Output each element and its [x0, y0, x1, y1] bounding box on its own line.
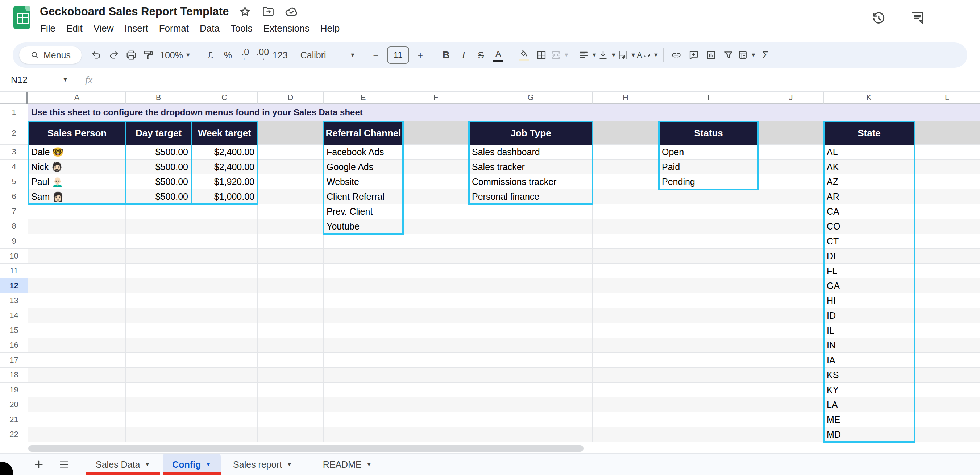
cell-C11[interactable] [191, 264, 258, 279]
cell-F22[interactable] [403, 427, 469, 442]
cell-K11[interactable]: FL [824, 264, 915, 279]
row-header-11[interactable]: 11 [0, 264, 28, 279]
cell-A11[interactable] [28, 264, 126, 279]
cell-A18[interactable] [28, 368, 126, 383]
cell-I3[interactable]: Open [659, 145, 758, 159]
cell-G20[interactable] [469, 397, 593, 412]
cell-D19[interactable] [258, 383, 324, 397]
cell-H18[interactable] [593, 368, 659, 383]
cell-J8[interactable] [758, 219, 824, 234]
move-folder-icon[interactable] [261, 5, 275, 19]
cell-J7[interactable] [758, 204, 824, 219]
cell-D7[interactable] [258, 204, 324, 219]
cell-F6[interactable] [403, 189, 469, 204]
cell-C9[interactable] [191, 234, 258, 249]
cell-D9[interactable] [258, 234, 324, 249]
font-family-select[interactable]: Calibri▼ [298, 47, 358, 64]
cell-E20[interactable] [324, 397, 403, 412]
cell-A4[interactable]: Nick 🧔🏻 [28, 159, 126, 174]
cell-F10[interactable] [403, 249, 469, 264]
table-header-I2[interactable]: Status [659, 121, 758, 145]
cell-B13[interactable] [126, 293, 191, 308]
insert-comment-button[interactable] [685, 47, 702, 64]
menu-edit[interactable]: Edit [61, 20, 88, 36]
cell-K3[interactable]: AL [824, 145, 915, 159]
cell-H11[interactable] [593, 264, 659, 279]
cell-I20[interactable] [659, 397, 758, 412]
cell-I19[interactable] [659, 383, 758, 397]
cell-H4[interactable] [593, 159, 659, 174]
cell-F18[interactable] [403, 368, 469, 383]
cell-H3[interactable] [593, 145, 659, 159]
cell-E13[interactable] [324, 293, 403, 308]
cell-H19[interactable] [593, 383, 659, 397]
cell-A22[interactable] [28, 427, 126, 442]
cell-G3[interactable]: Sales dashboard [469, 145, 593, 159]
cell-K21[interactable]: ME [824, 412, 915, 427]
cell-H22[interactable] [593, 427, 659, 442]
cell-I16[interactable] [659, 338, 758, 353]
increase-font-size-button[interactable]: + [412, 47, 429, 64]
cell-L18[interactable] [915, 368, 980, 383]
cell-I22[interactable] [659, 427, 758, 442]
menu-tools[interactable]: Tools [225, 20, 258, 36]
cell-A16[interactable] [28, 338, 126, 353]
cell-H15[interactable] [593, 323, 659, 338]
cell-J18[interactable] [758, 368, 824, 383]
redo-button[interactable] [105, 47, 122, 64]
cell-E15[interactable] [324, 323, 403, 338]
cell-C10[interactable] [191, 249, 258, 264]
column-header-B[interactable]: B [126, 92, 191, 104]
cell-D8[interactable] [258, 219, 324, 234]
cell-A15[interactable] [28, 323, 126, 338]
cell-D3[interactable] [258, 145, 324, 159]
cell-F20[interactable] [403, 397, 469, 412]
star-icon[interactable] [238, 5, 252, 19]
cell-I5[interactable]: Pending [659, 174, 758, 189]
increase-decimal-button[interactable]: .00→ [255, 47, 271, 64]
column-header-I[interactable]: I [659, 92, 758, 104]
cell-K9[interactable]: CT [824, 234, 915, 249]
cell-C16[interactable] [191, 338, 258, 353]
cell-D4[interactable] [258, 159, 324, 174]
row-header-16[interactable]: 16 [0, 338, 28, 353]
cloud-status-icon[interactable] [285, 5, 298, 19]
cell-G17[interactable] [469, 353, 593, 368]
cell-E4[interactable]: Google Ads [324, 159, 403, 174]
column-header-F[interactable]: F [403, 92, 469, 104]
menu-help[interactable]: Help [315, 20, 345, 36]
cell-C4[interactable]: $2,400.00 [191, 159, 258, 174]
cell-J2[interactable] [758, 121, 824, 145]
text-rotation-button[interactable]: A ▼ [637, 47, 659, 64]
cell-D20[interactable] [258, 397, 324, 412]
column-header-C[interactable]: C [191, 92, 258, 104]
cell-A6[interactable]: Sam 👩🏻 [28, 189, 126, 204]
sheet-tab-menu-caret[interactable]: ▼ [366, 461, 372, 468]
cell-F9[interactable] [403, 234, 469, 249]
sheet-tab-readme[interactable]: README▼ [313, 454, 382, 475]
cell-G8[interactable] [469, 219, 593, 234]
cell-B10[interactable] [126, 249, 191, 264]
menu-insert[interactable]: Insert [119, 20, 154, 36]
cell-F13[interactable] [403, 293, 469, 308]
cell-A10[interactable] [28, 249, 126, 264]
borders-button[interactable] [533, 47, 550, 64]
undo-button[interactable] [88, 47, 105, 64]
cell-B20[interactable] [126, 397, 191, 412]
cell-A21[interactable] [28, 412, 126, 427]
cell-K14[interactable]: ID [824, 308, 915, 323]
cell-J22[interactable] [758, 427, 824, 442]
italic-button[interactable]: I [455, 47, 472, 64]
cell-L7[interactable] [915, 204, 980, 219]
cell-I18[interactable] [659, 368, 758, 383]
cell-F21[interactable] [403, 412, 469, 427]
version-history-icon[interactable] [870, 10, 886, 26]
text-wrap-button[interactable]: ▼ [617, 47, 636, 64]
cell-K19[interactable]: KY [824, 383, 915, 397]
cell-D11[interactable] [258, 264, 324, 279]
column-header-D[interactable]: D [258, 92, 324, 104]
cell-J13[interactable] [758, 293, 824, 308]
table-header-A2[interactable]: Sales Person [28, 121, 126, 145]
insert-table-button[interactable]: ▼ [738, 47, 756, 64]
decrease-font-size-button[interactable]: − [368, 47, 384, 64]
